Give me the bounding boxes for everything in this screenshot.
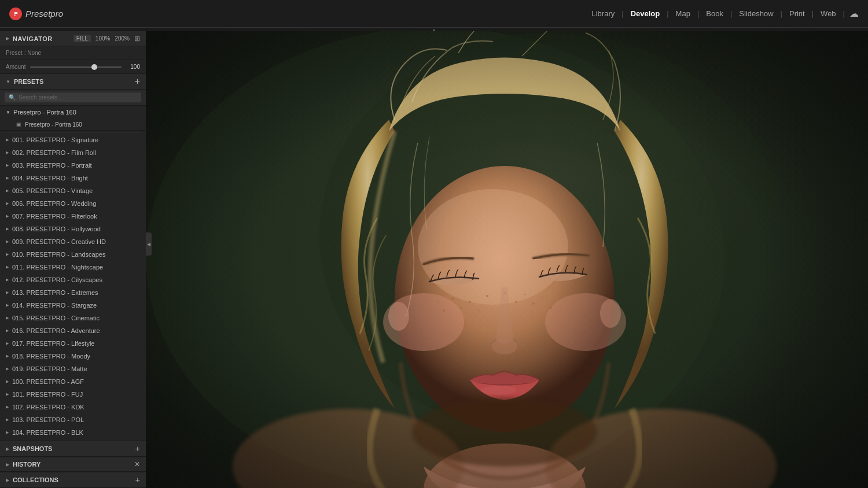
preset-none-row: Preset : None bbox=[0, 46, 146, 60]
category-item[interactable]: ▶101. PRESETPRO - FUJ bbox=[0, 388, 146, 401]
category-arrow: ▶ bbox=[6, 417, 9, 422]
slider-thumb bbox=[91, 64, 97, 70]
category-item[interactable]: ▶015. PRESETPRO - Cinematic bbox=[0, 312, 146, 324]
category-item[interactable]: ▶002. PRESETPRO - Film Roll bbox=[0, 146, 146, 159]
category-item[interactable]: ▶008. PRESETPRO - Hollywood bbox=[0, 223, 146, 235]
logo-area: Presetpro bbox=[9, 8, 63, 20]
category-arrow: ▶ bbox=[6, 341, 9, 346]
snapshots-add-button[interactable]: + bbox=[135, 444, 140, 453]
category-item[interactable]: ▶005. PRESETPRO - Vintage bbox=[0, 184, 146, 197]
app-logo bbox=[9, 8, 22, 20]
collections-header[interactable]: ▶ Collections + bbox=[0, 472, 146, 488]
group-arrow-down: ▼ bbox=[6, 110, 10, 115]
navigator-title: Navigator bbox=[13, 35, 53, 42]
preset-group-expanded: ▼ Presetpro - Portra 160 ▣ Presetpro - P… bbox=[0, 106, 146, 131]
nav-sep-2: | bbox=[667, 9, 668, 18]
preset-none-label: Preset : None bbox=[6, 50, 41, 56]
preset-item-icon: ▣ bbox=[16, 121, 21, 127]
nav-library[interactable]: Library bbox=[586, 7, 621, 20]
category-item[interactable]: ▶018. PRESETPRO - Moody bbox=[0, 350, 146, 363]
search-input[interactable] bbox=[19, 94, 137, 101]
presets-list: ▼ Presetpro - Portra 160 ▣ Presetpro - P… bbox=[0, 106, 146, 441]
navigator-expand-icon[interactable]: ⊞ bbox=[134, 35, 140, 43]
cloud-icon[interactable]: ☁ bbox=[849, 8, 859, 19]
presets-header[interactable]: ▼ Presets + bbox=[0, 74, 146, 90]
nav-web[interactable]: Web bbox=[815, 7, 842, 20]
history-arrow: ▶ bbox=[6, 462, 9, 467]
slider-track bbox=[30, 66, 122, 68]
history-header[interactable]: ▶ History ✕ bbox=[0, 457, 146, 472]
category-name: 101. PRESETPRO - FUJ bbox=[12, 391, 83, 398]
nav-sep-3: | bbox=[697, 9, 699, 18]
collections-arrow: ▶ bbox=[6, 478, 9, 483]
category-item[interactable]: ▶100. PRESETPRO - AGF bbox=[0, 375, 146, 388]
category-arrow: ▶ bbox=[6, 265, 9, 269]
amount-slider[interactable] bbox=[30, 66, 122, 68]
category-item[interactable]: ▶003. PRESETPRO - Portrait bbox=[0, 159, 146, 172]
category-name: 019. PRESETPRO - Matte bbox=[12, 365, 87, 372]
category-name: 102. PRESETPRO - KDK bbox=[12, 404, 84, 411]
fill-button[interactable]: FILL bbox=[73, 35, 91, 42]
category-name: 015. PRESETPRO - Cinematic bbox=[12, 315, 100, 321]
nav-book[interactable]: Book bbox=[700, 7, 729, 20]
category-arrow: ▶ bbox=[6, 379, 9, 384]
category-item[interactable]: ▶007. PRESETPRO - Filterlook bbox=[0, 210, 146, 223]
category-arrow: ▶ bbox=[6, 405, 9, 409]
app-name: Presetpro bbox=[25, 9, 63, 19]
category-item[interactable]: ▶012. PRESETPRO - Cityscapes bbox=[0, 273, 146, 286]
preset-item-row[interactable]: ▣ Presetpro - Portra 160 bbox=[0, 119, 146, 130]
add-preset-button[interactable]: + bbox=[135, 77, 140, 86]
category-item[interactable]: ▶013. PRESETPRO - Extremes bbox=[0, 286, 146, 299]
category-name: 004. PRESETPRO - Bright bbox=[12, 175, 88, 182]
nav-sep-4: | bbox=[730, 9, 732, 18]
category-arrow: ▶ bbox=[6, 303, 9, 308]
search-wrapper: 🔍 bbox=[5, 93, 141, 102]
nav-develop[interactable]: Develop bbox=[625, 7, 666, 20]
category-arrow: ▶ bbox=[6, 430, 9, 435]
snapshots-title: Snapshots bbox=[13, 445, 52, 452]
category-name: 103. PRESETPRO - POL bbox=[12, 416, 84, 423]
category-arrow: ▶ bbox=[6, 392, 9, 397]
category-arrow: ▶ bbox=[6, 367, 9, 371]
collections-add-button[interactable]: + bbox=[135, 475, 140, 485]
category-item[interactable]: ▶103. PRESETPRO - POL bbox=[0, 413, 146, 426]
category-arrow: ▶ bbox=[6, 176, 9, 180]
nav-print[interactable]: Print bbox=[784, 7, 811, 20]
collections-header-left: ▶ Collections bbox=[6, 476, 58, 483]
category-item[interactable]: ▶014. PRESETPRO - Stargaze bbox=[0, 299, 146, 312]
nav-slideshow[interactable]: Slideshow bbox=[733, 7, 779, 20]
category-item[interactable]: ▶102. PRESETPRO - KDK bbox=[0, 401, 146, 413]
navigator-header[interactable]: ▶ Navigator FILL 100% 200% ⊞ bbox=[0, 31, 146, 46]
category-arrow: ▶ bbox=[6, 278, 9, 282]
category-item[interactable]: ▶010. PRESETPRO - Landscapes bbox=[0, 248, 146, 261]
nav-links: Library | Develop | Map | Book | Slidesh… bbox=[586, 7, 859, 20]
category-item[interactable]: ▶011. PRESETPRO - Nightscape bbox=[0, 261, 146, 273]
zoom-100-button[interactable]: 100% bbox=[95, 35, 111, 42]
history-close-button[interactable]: ✕ bbox=[134, 460, 140, 468]
nav-map[interactable]: Map bbox=[670, 7, 696, 20]
category-item[interactable]: ▶001. PRESETPRO - Signature bbox=[0, 134, 146, 146]
group-name: Presetpro - Portra 160 bbox=[13, 109, 76, 116]
presets-arrow: ▼ bbox=[6, 79, 10, 84]
history-header-left: ▶ History bbox=[6, 461, 41, 468]
category-item[interactable]: ▶006. PRESETPRO - Wedding bbox=[0, 197, 146, 210]
category-name: 017. PRESETPRO - Lifestyle bbox=[12, 340, 94, 347]
navigator-arrow: ▶ bbox=[6, 36, 9, 41]
category-item[interactable]: ▶016. PRESETPRO - Adventure bbox=[0, 324, 146, 337]
svg-rect-1 bbox=[14, 14, 16, 16]
category-arrow: ▶ bbox=[6, 188, 9, 193]
category-item[interactable]: ▶017. PRESETPRO - Lifestyle bbox=[0, 337, 146, 350]
preset-group-header[interactable]: ▼ Presetpro - Portra 160 bbox=[0, 106, 146, 119]
category-item[interactable]: ▶104. PRESETPRO - BLK bbox=[0, 426, 146, 439]
category-name: 003. PRESETPRO - Portrait bbox=[12, 162, 92, 169]
category-item[interactable]: ▶009. PRESETPRO - Creative HD bbox=[0, 235, 146, 248]
category-item[interactable]: ▶019. PRESETPRO - Matte bbox=[0, 363, 146, 375]
category-name: 012. PRESETPRO - Cityscapes bbox=[12, 276, 102, 283]
zoom-200-button[interactable]: 200% bbox=[115, 35, 130, 42]
nav-sep-5: | bbox=[781, 9, 782, 18]
snapshots-header[interactable]: ▶ Snapshots + bbox=[0, 441, 146, 457]
category-name: 009. PRESETPRO - Creative HD bbox=[12, 238, 106, 245]
category-item[interactable]: ▶004. PRESETPRO - Bright bbox=[0, 172, 146, 184]
side-panel-handle[interactable]: ◀ bbox=[146, 232, 152, 256]
nav-sep-1: | bbox=[621, 9, 623, 18]
